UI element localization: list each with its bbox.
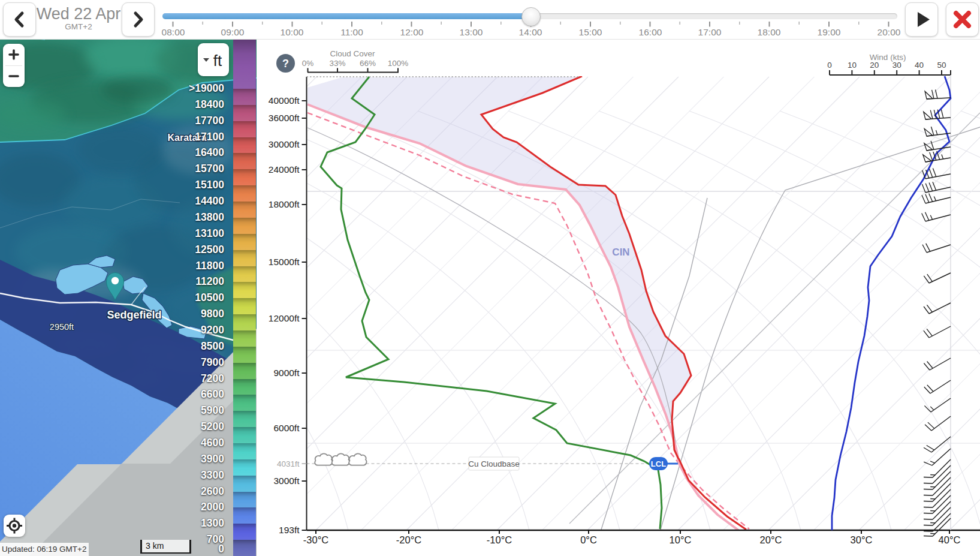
svg-text:30000ft: 30000ft [269, 139, 300, 149]
svg-text:40000ft: 40000ft [269, 95, 300, 106]
svg-text:CIN: CIN [612, 247, 629, 258]
svg-text:0: 0 [827, 61, 832, 70]
svg-text:Cu Cloudbase: Cu Cloudbase [468, 459, 520, 468]
svg-text:36000ft: 36000ft [269, 113, 300, 123]
svg-text:0%: 0% [302, 59, 314, 68]
svg-text:20°C: 20°C [760, 534, 782, 545]
svg-text:18000ft: 18000ft [269, 199, 300, 209]
svg-text:40°C: 40°C [939, 534, 961, 545]
svg-text:20: 20 [870, 61, 879, 70]
svg-text:-20°C: -20°C [396, 534, 421, 545]
svg-text:ft: ft [213, 52, 222, 70]
svg-text:66%: 66% [360, 59, 376, 68]
svg-text:193ft: 193ft [279, 525, 300, 535]
svg-text:100%: 100% [388, 59, 409, 68]
svg-text:6000ft: 6000ft [273, 423, 300, 433]
svg-text:Cloud Cover: Cloud Cover [330, 49, 375, 58]
svg-text:9000ft: 9000ft [273, 368, 300, 378]
svg-text:-10°C: -10°C [487, 534, 512, 545]
svg-text:30°C: 30°C [851, 534, 873, 545]
svg-text:4031ft: 4031ft [277, 459, 300, 468]
svg-text:30: 30 [892, 61, 901, 70]
svg-text:10°C: 10°C [670, 534, 692, 545]
svg-text:50: 50 [937, 61, 946, 70]
svg-text:LCL: LCL [651, 459, 666, 468]
svg-text:-30°C: -30°C [303, 534, 328, 545]
svg-text:40: 40 [915, 61, 924, 70]
svg-text:?: ? [282, 58, 289, 70]
svg-text:3000ft: 3000ft [273, 476, 300, 486]
svg-text:24000ft: 24000ft [269, 164, 300, 175]
svg-text:2950ft: 2950ft [50, 322, 74, 332]
svg-text:33%: 33% [329, 59, 345, 68]
svg-text:Sedgefield: Sedgefield [107, 309, 161, 321]
svg-text:0°C: 0°C [580, 534, 597, 545]
svg-text:10: 10 [848, 61, 857, 70]
svg-text:12000ft: 12000ft [269, 313, 300, 323]
svg-text:15000ft: 15000ft [269, 257, 300, 267]
